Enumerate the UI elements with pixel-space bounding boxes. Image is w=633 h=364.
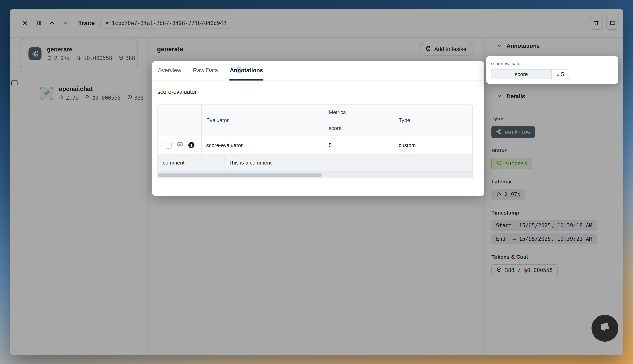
trace-window: Trace # 1cbb70e7-34a1-7bb7-3498-771b7d46…: [10, 9, 623, 355]
scrollbar-thumb[interactable]: [158, 174, 322, 177]
tab-annotations[interactable]: Annotations: [230, 61, 264, 80]
horizontal-scrollbar[interactable]: [158, 172, 473, 178]
collapse-row-button[interactable]: [165, 142, 172, 149]
evaluator-table: Evaluator Metrics score Type 1 score-eva…: [158, 104, 473, 172]
tab-raw-data[interactable]: Raw Data: [193, 61, 218, 80]
score-evaluator-card: score-evaluator score μ 5: [486, 56, 618, 84]
comment-count-badge: 1: [188, 142, 194, 148]
metric-value: μ 5: [552, 70, 569, 79]
row-actions-cell: 1: [158, 136, 202, 154]
comment-bubble-icon[interactable]: [177, 142, 183, 149]
tab-bar: Overview Raw Data Annotations: [152, 61, 484, 80]
header-cell-evaluator: Evaluator: [202, 104, 324, 136]
row-score-cell: 5: [324, 136, 394, 154]
header-cell-metrics: Metrics: [324, 104, 394, 120]
row-evaluator-cell: score-evaluator: [202, 136, 324, 154]
header-cell-type: Type: [394, 104, 472, 136]
header-cell-empty: [158, 104, 202, 136]
tab-overview[interactable]: Overview: [157, 61, 182, 80]
text-selection-highlight: n: [238, 67, 241, 74]
comment-row: comment This is a comment: [158, 154, 472, 171]
metric-name: score: [492, 70, 552, 79]
annotations-tab-panel: Overview Raw Data Annotations score-eval…: [152, 61, 484, 196]
header-cell-score: score: [324, 120, 394, 136]
comment-key: comment: [158, 154, 224, 171]
annotation-evaluator-name: score-evaluator: [491, 61, 614, 66]
comment-value: This is a comment: [224, 154, 472, 171]
evaluator-section-title: score-evaluator: [158, 89, 473, 95]
score-metric-pill[interactable]: score μ 5: [491, 69, 569, 79]
row-type-cell: custom: [394, 136, 472, 154]
